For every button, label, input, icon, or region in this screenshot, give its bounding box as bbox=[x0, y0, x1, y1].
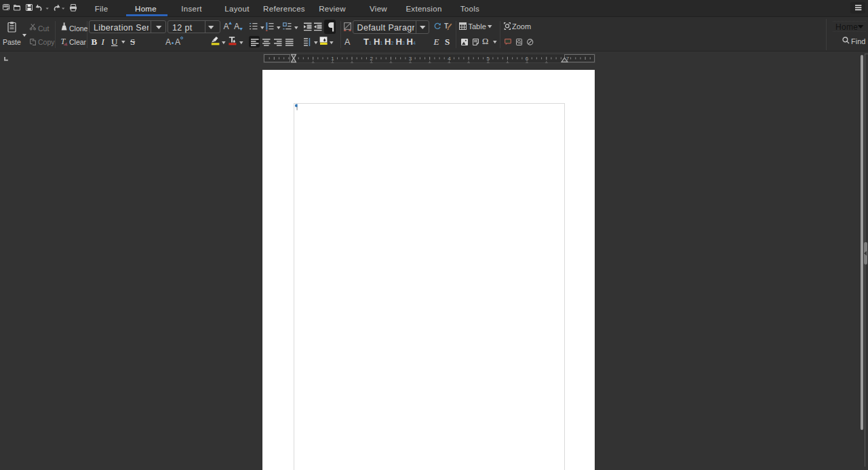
svg-text:4: 4 bbox=[448, 56, 451, 62]
svg-text:1: 1 bbox=[331, 56, 334, 62]
svg-text:3: 3 bbox=[409, 56, 412, 62]
svg-text:6: 6 bbox=[526, 56, 529, 62]
svg-text:2: 2 bbox=[370, 56, 373, 62]
svg-text:5: 5 bbox=[487, 56, 490, 62]
svg-text:T: T bbox=[444, 22, 448, 30]
